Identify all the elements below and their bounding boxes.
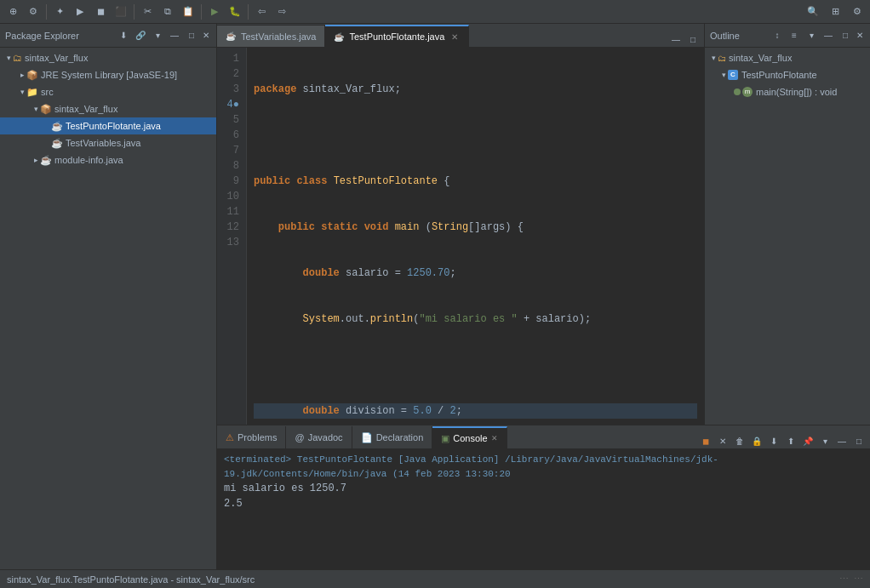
outline-method-label: main(String[]) : void [756, 87, 837, 97]
console-close-btn[interactable]: ✕ [491, 434, 498, 442]
editor-outline-row: ☕ TestVariables.java ☕ TestPuntoFlotante… [217, 24, 870, 425]
tab-problems[interactable]: ⚠ Problems [217, 426, 286, 448]
tree-item-jre[interactable]: ▸ 📦 JRE System Library [JavaSE-19] [0, 66, 216, 83]
minimize-panel-btn[interactable]: — [167, 28, 182, 43]
console-scroll-lock-btn[interactable]: 🔒 [749, 433, 764, 448]
console-terminate-btn[interactable]: ◼ [698, 433, 713, 448]
outline-view-menu-btn[interactable]: ▾ [804, 28, 819, 43]
editor-maximize-btn[interactable]: □ [685, 31, 701, 47]
outline-maximize-btn[interactable]: □ [838, 28, 853, 43]
tree-item-module[interactable]: ▸ ☕ module-info.java [0, 151, 216, 168]
declaration-tab-icon: 📄 [361, 432, 373, 443]
tab-console[interactable]: ▣ Console ✕ [432, 426, 507, 448]
file2-label: TestVariables.java [66, 138, 140, 148]
outline-tree[interactable]: ▾ 🗂 sintax_Var_flux ▾ C TestPuntoFlotant… [705, 48, 870, 425]
tree-item-project[interactable]: ▾ 🗂 sintax_Var_flux [0, 49, 216, 66]
project-label: sintax_Var_flux [25, 53, 88, 63]
ln-3: 3 [220, 82, 239, 97]
outline-hide-fields-btn[interactable]: ≡ [787, 28, 802, 43]
outline-item-project[interactable]: ▾ 🗂 sintax_Var_flux [705, 49, 870, 66]
search-button[interactable]: 🔍 [804, 3, 822, 21]
toolbar-btn-8[interactable]: ⧉ [158, 3, 177, 21]
console-clear-btn[interactable]: 🗑 [732, 433, 747, 448]
toolbar-btn-3[interactable]: ✦ [50, 3, 69, 21]
settings-button[interactable]: ⚙ [848, 3, 867, 21]
tab-testpunto[interactable]: ☕ TestPuntoFlotante.java ✕ [325, 25, 469, 47]
code-line-4: public static void main (String[]args) { [254, 220, 697, 235]
toolbar-btn-4[interactable]: ▶ [71, 3, 89, 21]
toolbar-run[interactable]: ▶ [205, 3, 224, 21]
ln-10: 10 [220, 189, 239, 204]
tab-javadoc[interactable]: @ Javadoc [286, 426, 352, 448]
bottom-tab-controls: ◼ ✕ 🗑 🔒 ⬇ ⬆ 📌 ▾ — □ [698, 433, 870, 448]
console-btn-2[interactable]: ⬆ [783, 433, 798, 448]
console-btn-1[interactable]: ⬇ [766, 433, 781, 448]
method-icon: m [742, 87, 753, 97]
close-panel-btn[interactable]: ✕ [201, 28, 211, 43]
tab2-label: TestPuntoFlotante.java [349, 31, 444, 42]
outline-item-method[interactable]: m main(String[]) : void [705, 83, 870, 100]
tree-item-testpunto[interactable]: ☕ TestPuntoFlotante.java [0, 117, 216, 134]
outline-close-btn[interactable]: ✕ [855, 28, 865, 43]
status-indicators: ⋯ ⋯ [839, 574, 863, 585]
code-editor[interactable]: 1 2 3 4● 5 6 7 8 9 10 11 12 13 [217, 48, 704, 425]
expand-jre-icon: ▸ [20, 71, 25, 79]
jre-label: JRE System Library [JavaSE-19] [41, 70, 177, 80]
console-remove-btn[interactable]: ✕ [715, 433, 730, 448]
code-line-8: double division = 5.0 / 2; [254, 403, 697, 419]
outline-class-label: TestPuntoFlotante [741, 70, 817, 80]
view-menu-btn[interactable]: ▾ [150, 28, 165, 43]
tab-testvariables[interactable]: ☕ TestVariables.java [217, 25, 325, 47]
module-label: module-info.java [54, 155, 123, 165]
tree-item-package[interactable]: ▾ 📦 sintax_Var_flux [0, 100, 216, 117]
package-explorer-panel: Package Explorer ⬇ 🔗 ▾ — □ ✕ ▾ 🗂 sintax_… [0, 24, 217, 569]
ln-6: 6 [220, 128, 239, 143]
console-minimize-btn[interactable]: — [834, 433, 850, 448]
method-visibility-icon [734, 88, 741, 95]
editor-outline-area: ☕ TestVariables.java ☕ TestPuntoFlotante… [217, 24, 870, 569]
toolbar-btn-10[interactable]: ⇦ [252, 3, 271, 21]
console-maximize-btn[interactable]: □ [851, 433, 867, 448]
jre-icon: 📦 [26, 70, 38, 81]
tab-declaration[interactable]: 📄 Declaration [352, 426, 433, 448]
toolbar-btn-5[interactable]: ◼ [91, 3, 110, 21]
tab2-close-btn[interactable]: ✕ [449, 32, 460, 42]
outline-panel: Outline ↕ ≡ ▾ — □ ✕ ▾ 🗂 [704, 24, 870, 425]
toolbar-btn-11[interactable]: ⇨ [272, 3, 291, 21]
maximize-panel-btn[interactable]: □ [184, 28, 199, 43]
src-icon: 📁 [26, 87, 38, 98]
toolbar-debug[interactable]: 🐛 [226, 3, 244, 21]
outline-expand-1: ▾ [712, 54, 716, 62]
toolbar-btn-2[interactable]: ⚙ [24, 3, 43, 21]
tab-icon-1: ☕ [226, 31, 236, 41]
collapse-all-btn[interactable]: ⬇ [116, 28, 131, 43]
console-view-btn[interactable]: ▾ [817, 433, 833, 448]
toolbar-btn-1[interactable]: ⊕ [3, 3, 22, 21]
tree-item-src[interactable]: ▾ 📁 src [0, 83, 216, 100]
tree-item-testvars[interactable]: ☕ TestVariables.java [0, 134, 216, 151]
perspective-button[interactable]: ⊞ [826, 3, 844, 21]
outline-header: Outline ↕ ≡ ▾ — □ ✕ [705, 24, 870, 48]
toolbar-btn-6[interactable]: ⬛ [112, 3, 130, 21]
console-tab-icon: ▣ [441, 433, 449, 444]
java-file-icon-2: ☕ [51, 138, 63, 149]
tab-icon-2: ☕ [334, 32, 344, 42]
outline-item-class[interactable]: ▾ C TestPuntoFlotante [705, 66, 870, 83]
problems-tab-icon: ⚠ [226, 432, 234, 443]
outline-panel-icons: ↕ ≡ ▾ — □ ✕ [770, 28, 865, 43]
expand-module-icon: ▸ [34, 156, 38, 164]
ln-11: 11 [220, 204, 239, 220]
toolbar-btn-9[interactable]: 📋 [179, 3, 197, 21]
status-dot-2: ⋯ [854, 574, 863, 585]
toolbar-sep-1 [46, 4, 47, 20]
link-with-editor-btn[interactable]: 🔗 [133, 28, 148, 43]
code-content[interactable]: package sintax_Var_flux; public class Te… [247, 48, 704, 425]
package-tree[interactable]: ▾ 🗂 sintax_Var_flux ▸ 📦 JRE System Libra… [0, 48, 216, 569]
code-line-6: System.out.println("mi salario es " + sa… [254, 311, 697, 327]
outline-sort-btn[interactable]: ↕ [770, 28, 785, 43]
outline-minimize-btn[interactable]: — [821, 28, 836, 43]
toolbar-btn-7[interactable]: ✂ [138, 3, 157, 21]
editor-minimize-btn[interactable]: — [668, 31, 684, 47]
console-pin-btn[interactable]: 📌 [800, 433, 816, 448]
code-line-7 [254, 357, 697, 373]
